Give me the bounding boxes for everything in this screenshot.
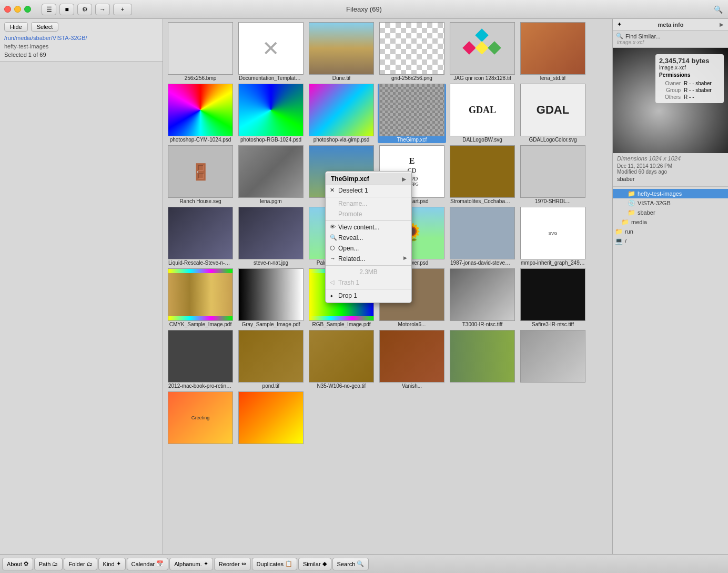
path-link[interactable]: /run/media/sbaber/VISTA-32GB/ [4,35,87,41]
ctx-related[interactable]: → Related... [326,254,411,264]
folder-icon: 📁 [621,218,629,226]
context-menu-title: TheGimp.xcf ▶ [326,173,411,185]
ctx-separator-4 [326,289,411,289]
ctx-deselect[interactable]: ✕ Deselect 1 [326,185,411,196]
owner-label: Owner [659,80,682,87]
stop-button[interactable]: ■ [59,4,74,15]
menu-button[interactable]: ☰ [42,4,56,15]
list-item[interactable]: Documentation_Template.dot [237,22,305,82]
list-item[interactable]: steve-n-nat.jpg [237,207,305,266]
tree-item-vista[interactable]: 💿 VISTA-32GB [613,198,728,208]
close-button[interactable] [4,6,11,13]
list-item[interactable]: 1987-jonas-david-steve@wins... [448,207,517,266]
add-button[interactable]: + [113,4,132,15]
folder-button[interactable]: Folder 🗂 [64,558,97,570]
toolbar: ☰ ■ ⚙ → + [42,4,132,15]
calendar-button[interactable]: Calendar 📅 [127,558,169,570]
folder-icon: 🗂 [87,561,93,567]
path-button[interactable]: Path 🗂 [34,558,63,570]
context-menu-arrow: ▶ [402,176,406,182]
settings-button[interactable]: ⚙ [77,4,92,15]
calendar-icon: 📅 [156,560,164,567]
alphanum-icon: ✦ [204,560,208,567]
list-item[interactable]: GDAL GDALLogoColor.svg [519,84,587,143]
left-panel-header: Hide Select /run/media/sbaber/VISTA-32GB… [0,19,163,62]
ctx-reveal[interactable]: 🔍 Reveal... [326,233,411,243]
list-item[interactable]: N35-W106-no-geo.tif [307,330,376,389]
traffic-lights [4,6,31,13]
meta-info-box: 2,345,714 bytes image.x-xcf Permissions … [655,54,724,103]
folder-icon: 📁 [628,209,635,216]
search-icon[interactable]: 🔍 [714,5,723,14]
list-item[interactable]: lena.pgm [237,145,305,205]
alphanum-button[interactable]: Alphanum. ✦ [169,558,213,570]
list-item[interactable]: CMYK_Sample_Image.pdf [166,268,235,328]
similar-button[interactable]: Similar ◆ [298,558,331,570]
ctx-open[interactable]: ⬡ Open... [326,243,411,254]
list-item[interactable]: Dune.tif [307,22,376,82]
list-item[interactable]: 256x256.bmp [166,22,235,82]
tree-item-media[interactable]: 📁 media [613,217,728,227]
ctx-view-content[interactable]: 👁 View content... [326,222,411,233]
list-item[interactable] [448,330,517,389]
list-item[interactable]: T3000-IR-ntsc.tiff [448,268,517,328]
reorder-button[interactable]: Reorder ⇔ [214,558,251,570]
tree-item-hefty[interactable]: 📁 hefty-test-images [613,189,728,198]
list-item[interactable]: grid-256x256.png [378,22,446,82]
reveal-icon: 🔍 [330,234,337,241]
right-panel: ✦ meta info ▶ 🔍 Find Similar... image.x-… [612,19,728,554]
list-item[interactable]: SVG mmpo-inherit_graph_249.svg [519,207,587,266]
kind-icon: ✦ [116,560,121,567]
list-item[interactable]: 🚪 Ranch House.svg [166,145,235,205]
minimize-button[interactable] [14,6,21,13]
maximize-button[interactable] [24,6,31,13]
modified-date: Modified 60 days ago [617,169,724,175]
list-item[interactable] [237,391,305,445]
list-item[interactable]: pond.tif [237,330,305,389]
tree-item-run[interactable]: 📁 run [613,227,728,236]
list-item[interactable]: Stromatolites_Cochabamba.jpg [448,145,517,205]
list-item[interactable]: Greeting [166,391,235,445]
duplicates-button[interactable]: Duplicates 📋 [252,558,297,570]
list-item[interactable]: Vanish... [378,330,446,389]
app-title: Fileaxy (69) [346,5,382,13]
expand-arrow[interactable]: ▶ [720,22,724,27]
folder-name: hefty-test-images [4,42,158,51]
bottom-bar: About ✿ Path 🗂 Folder 🗂 Kind ✦ Calendar … [0,554,728,573]
list-item[interactable] [519,330,587,389]
list-item[interactable]: Gray_Sample_Image.pdf [237,268,305,328]
list-item[interactable]: JAG qnr icon 128x128.tif [448,22,517,82]
path-display: /run/media/sbaber/VISTA-32GB/ [4,34,158,42]
left-panel: Hide Select /run/media/sbaber/VISTA-32GB… [0,19,163,554]
tree-view: 📁 hefty-test-images 💿 VISTA-32GB 📁 sbabe… [613,186,728,248]
tree-item-label: VISTA-32GB [638,200,671,206]
search-button[interactable]: Search 🔍 [332,558,369,570]
related-icon: → [330,255,336,262]
list-item[interactable]: GDAL DALLogoBW.svg [448,84,517,143]
find-similar-btn[interactable]: 🔍 Find Similar... [616,33,725,39]
computer-icon: 💻 [615,237,623,245]
ctx-rename: Rename... [326,198,411,209]
meta-header[interactable]: ✦ meta info ▶ [613,19,728,31]
context-menu: TheGimp.xcf ▶ ✕ Deselect 1 Rename... Pro… [325,171,412,303]
list-item[interactable]: photoshop-via-gimp.psd [307,84,376,143]
list-item[interactable]: Liquid-Rescale-Steve-n-Natalie.jpg [166,207,235,266]
list-item[interactable]: 1970-SHRDL... [519,145,587,205]
permissions-label: Permissions [659,72,720,78]
hide-button[interactable]: Hide [4,22,28,32]
list-item[interactable]: Safire3-IR-ntsc.tiff [519,268,587,328]
list-item[interactable]: photoshop-RGB-1024.psd [237,84,305,143]
ctx-drop[interactable]: ⬥ Drop 1 [326,290,411,301]
forward-button[interactable]: → [95,4,110,15]
tree-item-sbaber[interactable]: 📁 sbaber [613,208,728,217]
list-item[interactable]: TheGimp.xcf [378,84,446,143]
tree-item-root[interactable]: 💻 / [613,236,728,246]
list-item[interactable]: lena_std.tif [519,22,587,82]
kind-button[interactable]: Kind ✦ [98,558,126,570]
list-item[interactable]: 2012-mac-book-pro-retina.jpg [166,330,235,389]
calendar-label: Calendar [132,561,155,567]
select-button[interactable]: Select [31,22,59,32]
about-button[interactable]: About ✿ [2,558,33,570]
duplicates-label: Duplicates [257,561,284,567]
list-item[interactable]: photoshop-CYM-1024.psd [166,84,235,143]
